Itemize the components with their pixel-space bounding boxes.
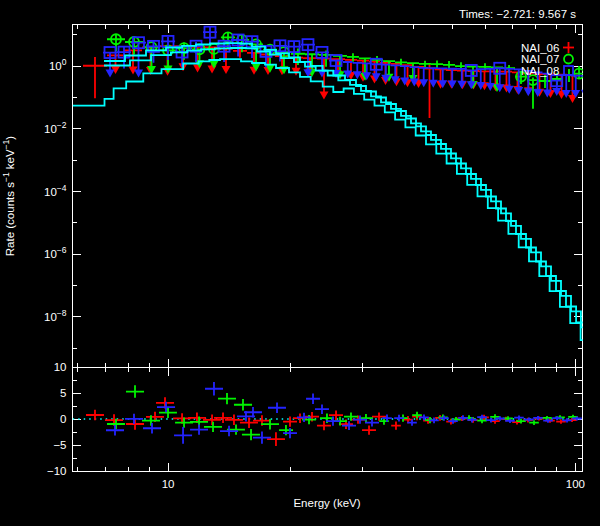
y-tick-label: −10 [47,465,67,477]
spectrum-figure: 10010−210−410−610−81050−5−1010100Energy … [0,0,600,526]
legend-label-NAI_07: NAI_07 [521,53,559,65]
legend-label-NAI_08: NAI_08 [521,65,559,77]
y-tick-label: 0 [60,413,66,425]
x-tick-label: 100 [566,478,585,490]
y-axis-title: Rate (counts s−1 keV−1) [1,136,16,257]
x-axis-title: Energy (keV) [293,497,360,509]
y-tick-label: 5 [60,387,66,399]
times-title: Times: −2.721: 9.567 s [459,8,576,20]
y-tick-label: −5 [53,439,66,451]
x-tick-label: 10 [162,478,175,490]
y-tick-label: 10 [54,361,67,373]
xspec-spectrum-window: 10010−210−410−610−81050−5−1010100Energy … [0,0,600,526]
legend-label-NAI_06: NAI_06 [521,42,559,54]
